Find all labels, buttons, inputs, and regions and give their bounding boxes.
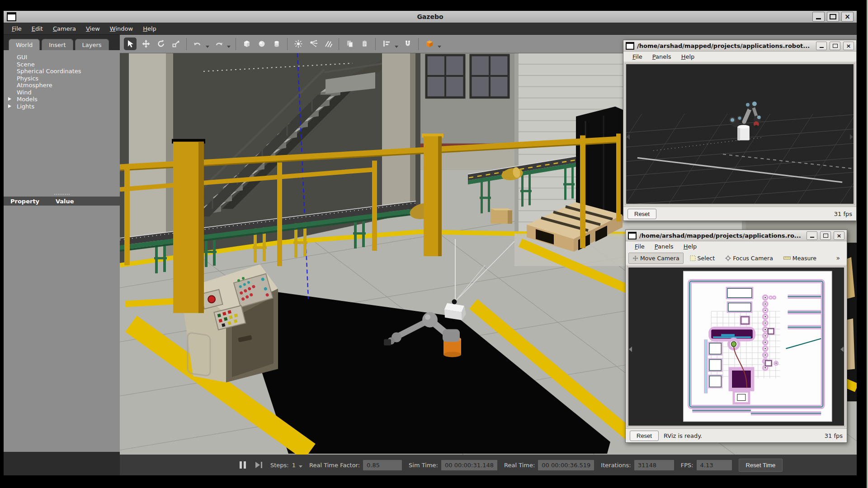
rviz-map-titlebar[interactable]: /home/arshad/mapped/projects/application…: [626, 230, 847, 241]
title-bar[interactable]: Gazebo ×: [4, 11, 857, 23]
minimize-button[interactable]: [812, 12, 825, 22]
move-camera-tool[interactable]: Move Camera: [628, 253, 684, 264]
window-menu-icon[interactable]: [7, 12, 16, 21]
menu-help[interactable]: Help: [138, 24, 161, 33]
redo-history-caret[interactable]: [227, 46, 231, 48]
select-tool-icon[interactable]: [124, 38, 137, 50]
rviz-map-statusbar: Reset RViz is ready. 31 fps: [626, 428, 847, 442]
menu-panels[interactable]: Panels: [647, 53, 676, 61]
translate-tool-icon[interactable]: [140, 38, 151, 50]
align-options-caret[interactable]: [395, 46, 398, 48]
undo-history-caret[interactable]: [206, 46, 209, 48]
rviz-map-title: /home/arshad/mapped/projects/application…: [639, 232, 804, 239]
pan-left-arrow[interactable]: [629, 347, 632, 352]
rotate-tool-icon[interactable]: [155, 38, 166, 50]
menu-panels[interactable]: Panels: [650, 243, 679, 250]
maximize-button[interactable]: [827, 12, 839, 22]
minimize-button[interactable]: [816, 42, 827, 50]
tree-item-spherical-coordinates[interactable]: Spherical Coordinates: [4, 68, 120, 75]
pause-button[interactable]: [238, 460, 247, 470]
cardboard-box[interactable]: [491, 208, 512, 224]
tree-item-scene[interactable]: Scene: [4, 61, 120, 68]
tree-item-wind[interactable]: Wind: [4, 89, 120, 96]
select-tool[interactable]: Select: [686, 253, 719, 264]
tab-layers[interactable]: Layers: [75, 39, 109, 50]
menu-edit[interactable]: Edit: [27, 24, 48, 33]
property-column-label: Property: [4, 198, 56, 205]
focus-camera-tool[interactable]: Focus Camera: [721, 253, 777, 264]
menu-window[interactable]: Window: [105, 24, 138, 33]
snap-icon[interactable]: [402, 38, 413, 50]
toolbar-overflow[interactable]: »: [836, 254, 844, 262]
robot-camera: [452, 299, 457, 304]
panel-splitter[interactable]: [4, 192, 120, 197]
steps-caret-icon[interactable]: [299, 465, 302, 468]
maximize-button[interactable]: [830, 42, 840, 50]
move-camera-icon: [632, 255, 638, 261]
menu-camera[interactable]: Camera: [48, 24, 81, 33]
expander-icon[interactable]: [8, 97, 11, 101]
menu-view[interactable]: View: [81, 24, 105, 33]
window-icon: [628, 232, 637, 239]
tree-item-atmosphere[interactable]: Atmosphere: [4, 82, 120, 89]
pan-right-arrow[interactable]: [840, 347, 844, 352]
sim-time-label: Sim Time:: [409, 462, 438, 469]
menu-help[interactable]: Help: [679, 243, 702, 250]
point-light-icon[interactable]: [292, 38, 304, 50]
tree-item-physics[interactable]: Physics: [4, 75, 120, 82]
scale-tool-icon[interactable]: [170, 38, 181, 50]
close-button[interactable]: ×: [843, 42, 854, 50]
iterations-value: 31148: [634, 460, 674, 470]
directional-light-icon[interactable]: [322, 38, 334, 50]
rviz-camera-titlebar[interactable]: /home/arshad/mapped/projects/application…: [623, 40, 856, 52]
align-icon[interactable]: [381, 38, 392, 50]
rviz-camera-title: /home/arshad/mapped/projects/application…: [637, 42, 813, 49]
undo-icon[interactable]: [192, 38, 203, 50]
view-angle-caret[interactable]: [438, 46, 441, 48]
steps-label: Steps:: [270, 462, 289, 469]
spot-light-icon[interactable]: [307, 38, 319, 50]
sphere-tool-icon[interactable]: [256, 38, 267, 50]
robot-pose-marker: [731, 342, 736, 347]
rviz-map-window[interactable]: /home/arshad/mapped/projects/application…: [625, 230, 847, 443]
pan-left-arrow[interactable]: [627, 134, 630, 140]
rtf-value: 0.85: [363, 460, 402, 470]
real-time-label: Real Time:: [504, 462, 535, 469]
concrete-pillar-left[interactable]: [129, 53, 173, 262]
tree-item-models[interactable]: Models: [4, 96, 120, 103]
reset-time-button[interactable]: Reset Time: [739, 459, 783, 472]
measure-tool[interactable]: Measure: [779, 253, 821, 264]
tab-insert[interactable]: Insert: [42, 39, 73, 50]
paste-icon[interactable]: [359, 38, 370, 50]
step-button[interactable]: [254, 460, 264, 469]
redo-icon[interactable]: [213, 38, 224, 50]
pan-right-arrow[interactable]: [850, 134, 853, 140]
view-angle-icon[interactable]: [424, 38, 435, 50]
rviz-camera-viewport[interactable]: [625, 63, 855, 205]
reset-button[interactable]: Reset: [630, 431, 659, 441]
tree-item-gui[interactable]: GUI: [4, 54, 120, 61]
expander-icon[interactable]: [8, 104, 11, 108]
panel-tabs: World Insert Layers: [4, 35, 120, 50]
menu-file[interactable]: File: [630, 243, 650, 250]
tab-world[interactable]: World: [9, 39, 40, 50]
rviz-camera-window[interactable]: /home/arshad/mapped/projects/application…: [623, 40, 857, 221]
rviz-map-viewport[interactable]: [627, 266, 845, 427]
maximize-button[interactable]: [820, 231, 831, 240]
world-tree: GUI Scene Spherical Coordinates Physics …: [4, 50, 120, 192]
tree-item-lights[interactable]: Lights: [4, 103, 120, 110]
close-button[interactable]: ×: [841, 12, 854, 22]
menu-file[interactable]: File: [627, 53, 647, 61]
minimize-button[interactable]: [807, 231, 817, 240]
reset-button[interactable]: Reset: [627, 209, 656, 219]
cylinder-tool-icon[interactable]: [271, 38, 282, 50]
copy-icon[interactable]: [344, 38, 355, 50]
menu-bar: File Edit Camera View Window Help: [4, 23, 857, 35]
box-tool-icon[interactable]: [241, 38, 252, 50]
menu-file[interactable]: File: [7, 24, 27, 33]
close-button[interactable]: ×: [834, 231, 844, 240]
property-list[interactable]: [4, 206, 120, 452]
menu-help[interactable]: Help: [676, 53, 700, 61]
steps-value[interactable]: 1: [292, 462, 296, 469]
concrete-pillar-mid[interactable]: [382, 53, 415, 212]
